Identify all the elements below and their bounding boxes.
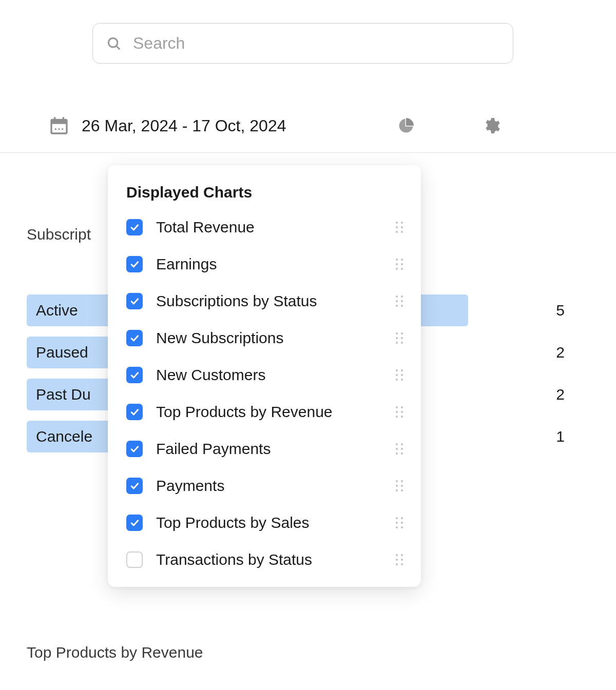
chart-option-row: New Customers bbox=[126, 366, 406, 384]
svg-point-38 bbox=[401, 379, 403, 381]
svg-point-26 bbox=[401, 305, 403, 307]
date-range-picker[interactable]: 26 Mar, 2024 - 17 Oct, 2024 bbox=[82, 116, 286, 135]
svg-point-66 bbox=[401, 559, 403, 561]
toolbar: 26 Mar, 2024 - 17 Oct, 2024 bbox=[0, 115, 616, 153]
chart-toggle-icon[interactable] bbox=[397, 116, 415, 135]
chart-option-row: New Subscriptions bbox=[126, 329, 406, 347]
svg-point-17 bbox=[396, 263, 398, 265]
chart-option-row: Total Revenue bbox=[126, 219, 406, 236]
drag-handle-icon[interactable] bbox=[393, 367, 406, 383]
svg-point-59 bbox=[396, 522, 398, 524]
svg-point-42 bbox=[401, 411, 403, 413]
svg-point-58 bbox=[401, 517, 403, 519]
settings-icon[interactable] bbox=[482, 116, 500, 135]
chart-option-checkbox[interactable] bbox=[126, 478, 143, 494]
drag-handle-icon[interactable] bbox=[393, 404, 406, 420]
displayed-charts-popover: Displayed Charts Total RevenueEarningsSu… bbox=[108, 165, 421, 587]
chart-option-checkbox[interactable] bbox=[126, 441, 143, 457]
svg-point-9 bbox=[396, 222, 398, 224]
svg-point-40 bbox=[401, 406, 403, 408]
bar-value: 2 bbox=[539, 344, 565, 361]
svg-rect-3 bbox=[51, 120, 67, 124]
drag-handle-icon[interactable] bbox=[393, 441, 406, 457]
svg-point-25 bbox=[396, 305, 398, 307]
chart-option-row: Payments bbox=[126, 477, 406, 495]
drag-handle-icon[interactable] bbox=[393, 330, 406, 346]
svg-point-47 bbox=[396, 448, 398, 450]
chart-option-checkbox[interactable] bbox=[126, 404, 143, 420]
svg-point-36 bbox=[401, 374, 403, 376]
svg-point-34 bbox=[401, 369, 403, 371]
svg-point-67 bbox=[396, 563, 398, 565]
svg-point-21 bbox=[396, 295, 398, 298]
svg-point-54 bbox=[401, 485, 403, 487]
svg-point-51 bbox=[396, 480, 398, 482]
drag-handle-icon[interactable] bbox=[393, 478, 406, 494]
svg-point-23 bbox=[396, 300, 398, 302]
svg-point-16 bbox=[401, 259, 403, 261]
chart-option-checkbox[interactable] bbox=[126, 551, 143, 568]
svg-point-20 bbox=[401, 268, 403, 270]
chart-option-label[interactable]: New Customers bbox=[156, 366, 393, 384]
svg-point-28 bbox=[401, 332, 403, 334]
drag-handle-icon[interactable] bbox=[393, 515, 406, 531]
search-input[interactable] bbox=[133, 34, 499, 53]
svg-point-65 bbox=[396, 559, 398, 561]
svg-line-1 bbox=[117, 46, 120, 49]
svg-point-45 bbox=[396, 443, 398, 445]
svg-point-46 bbox=[401, 443, 403, 445]
bar-value: 1 bbox=[539, 428, 565, 445]
svg-point-44 bbox=[401, 416, 403, 418]
chart-option-label[interactable]: Failed Payments bbox=[156, 440, 393, 458]
chart-option-label[interactable]: Top Products by Sales bbox=[156, 514, 393, 531]
svg-point-49 bbox=[396, 452, 398, 455]
calendar-icon bbox=[49, 115, 69, 136]
drag-handle-icon[interactable] bbox=[393, 219, 406, 235]
svg-point-56 bbox=[401, 489, 403, 491]
svg-point-31 bbox=[396, 342, 398, 344]
chart-option-label[interactable]: Transactions by Status bbox=[156, 551, 393, 568]
popover-title: Displayed Charts bbox=[126, 184, 406, 201]
chart-option-row: Earnings bbox=[126, 255, 406, 273]
bar-value: 2 bbox=[539, 386, 565, 403]
chart-option-row: Subscriptions by Status bbox=[126, 292, 406, 310]
chart-option-label[interactable]: New Subscriptions bbox=[156, 329, 393, 347]
svg-point-15 bbox=[396, 259, 398, 261]
svg-point-64 bbox=[401, 554, 403, 556]
svg-point-10 bbox=[401, 222, 403, 224]
chart-option-label[interactable]: Subscriptions by Status bbox=[156, 292, 393, 310]
svg-point-37 bbox=[396, 379, 398, 381]
chart-option-checkbox[interactable] bbox=[126, 219, 143, 235]
svg-point-7 bbox=[58, 128, 60, 130]
drag-handle-icon[interactable] bbox=[393, 293, 406, 309]
chart-option-label[interactable]: Payments bbox=[156, 477, 393, 495]
chart-option-checkbox[interactable] bbox=[126, 256, 143, 272]
chart-option-checkbox[interactable] bbox=[126, 293, 143, 309]
chart-option-label[interactable]: Earnings bbox=[156, 255, 393, 273]
chart-option-label[interactable]: Top Products by Revenue bbox=[156, 403, 393, 421]
svg-point-12 bbox=[401, 226, 403, 228]
chart-option-label[interactable]: Total Revenue bbox=[156, 219, 393, 236]
chart-option-checkbox[interactable] bbox=[126, 330, 143, 346]
svg-point-55 bbox=[396, 489, 398, 491]
svg-point-0 bbox=[108, 38, 118, 47]
svg-point-39 bbox=[396, 406, 398, 408]
chart-option-row: Top Products by Sales bbox=[126, 514, 406, 531]
chart-option-checkbox[interactable] bbox=[126, 367, 143, 383]
bar-label: Cancele bbox=[27, 421, 115, 452]
svg-point-22 bbox=[401, 295, 403, 298]
svg-point-24 bbox=[401, 300, 403, 302]
chart-option-checkbox[interactable] bbox=[126, 515, 143, 531]
svg-point-30 bbox=[401, 337, 403, 339]
drag-handle-icon[interactable] bbox=[393, 256, 406, 272]
bottom-section-title: Top Products by Revenue bbox=[27, 644, 203, 661]
svg-point-32 bbox=[401, 342, 403, 344]
svg-point-6 bbox=[55, 128, 56, 130]
svg-point-41 bbox=[396, 411, 398, 413]
svg-point-14 bbox=[401, 231, 403, 233]
search-field[interactable] bbox=[92, 23, 513, 64]
drag-handle-icon[interactable] bbox=[393, 551, 406, 568]
svg-point-27 bbox=[396, 332, 398, 334]
svg-point-13 bbox=[396, 231, 398, 233]
svg-point-18 bbox=[401, 263, 403, 265]
